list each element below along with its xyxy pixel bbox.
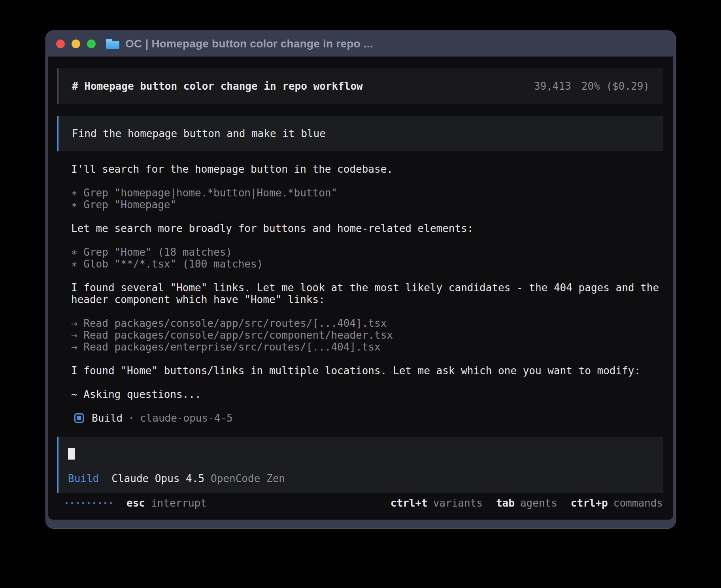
tool-call-grep: ∗ Grep "Home" (18 matches) [71,246,663,258]
assistant-status-message: ~ Asking questions... [71,388,663,400]
shortcut-label: variants [433,497,483,509]
status-bar-left: esc interrupt [66,497,207,509]
shortcut-key: ctrl+t [391,497,428,509]
context-usage-cost: 20% ($0.29) [581,80,649,92]
input-meta-row: Build Claude Opus 4.5 OpenCode Zen [68,473,649,484]
status-bar-right: ctrl+t variants tab agents ctrl+p comman… [391,497,663,509]
shortcut-label: commands [613,497,663,509]
dotted-spinner-icon [66,502,112,504]
assistant-message: I found "Home" buttons/links in multiple… [71,365,663,377]
tool-call-read: → Read packages/console/app/src/routes/[… [71,317,663,329]
tool-call-group: ∗ Grep "homepage|home.*button|Home.*butt… [71,187,663,211]
tool-call-group: → Read packages/console/app/src/routes/[… [71,317,663,353]
terminal-window: OC | Homepage button color change in rep… [45,30,676,529]
window-title: OC | Homepage button color change in rep… [125,38,373,50]
agent-build-icon [74,413,84,423]
token-count: 39,413 [534,80,571,92]
session-header: # Homepage button color change in repo w… [57,68,663,104]
shortcut-key: tab [496,497,515,509]
tool-call-group: ∗ Grep "Home" (18 matches) ∗ Glob "**/*.… [71,246,663,270]
shortcut-variants: ctrl+t variants [391,497,483,509]
agent-model-name: claude-opus-4-5 [140,412,233,424]
minimize-button[interactable] [72,40,80,48]
prompt-input[interactable]: Build Claude Opus 4.5 OpenCode Zen [57,437,663,493]
terminal-content: # Homepage button color change in repo w… [48,57,673,520]
shortcut-label: agents [520,497,557,509]
assistant-message: I found several "Home" links. Let me loo… [71,282,663,305]
close-button[interactable] [56,40,65,48]
agent-separator: · [128,412,134,424]
tool-call-glob: ∗ Glob "**/*.tsx" (100 matches) [71,258,663,270]
user-message-text: Find the homepage button and make it blu… [72,128,326,139]
assistant-message: I'll search for the homepage button in t… [71,163,663,175]
esc-key-label: interrupt [151,497,207,509]
input-agent-badge[interactable]: Build [68,473,99,484]
shortcut-commands: ctrl+p commands [571,497,663,509]
text-cursor [68,448,75,460]
input-provider-name: OpenCode Zen [211,473,285,484]
agent-status-row: Build · claude-opus-4-5 [71,412,663,424]
shortcut-key: ctrl+p [571,497,608,509]
window-titlebar[interactable]: OC | Homepage button color change in rep… [46,31,676,57]
shortcut-agents: tab agents [496,497,557,509]
input-model-name[interactable]: Claude Opus 4.5 [111,473,204,484]
status-bar: esc interrupt ctrl+t variants tab agents… [57,497,663,509]
tool-call-read: → Read packages/console/app/src/componen… [71,329,663,341]
user-message: Find the homepage button and make it blu… [57,116,663,151]
tool-call-read: → Read packages/enterprise/src/routes/[.… [71,341,663,353]
esc-key-hint: esc [126,497,145,509]
folder-icon [106,39,119,49]
tool-call-grep: ∗ Grep "Homepage" [71,199,663,211]
session-stats: 39,413 20% ($0.29) [534,80,649,92]
agent-name: Build [92,412,123,424]
zoom-button[interactable] [87,40,96,48]
conversation: I'll search for the homepage button in t… [57,163,663,424]
session-title: # Homepage button color change in repo w… [72,80,363,92]
traffic-lights [56,40,96,48]
tool-call-grep: ∗ Grep "homepage|home.*button|Home.*butt… [71,187,663,199]
assistant-message: Let me search more broadly for buttons a… [71,222,663,234]
